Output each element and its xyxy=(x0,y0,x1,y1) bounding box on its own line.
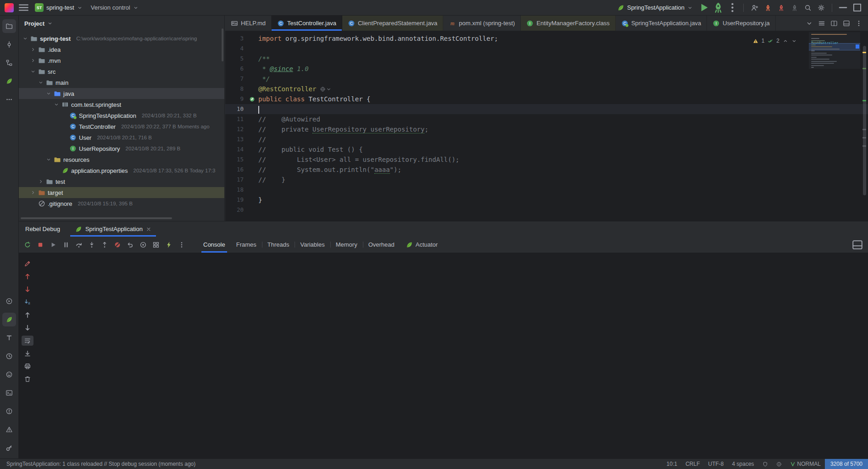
code-line-20[interactable]: 20 xyxy=(225,205,868,215)
vertical-scrollbar[interactable] xyxy=(222,28,223,61)
rollback-button[interactable] xyxy=(124,239,136,251)
dump-threads-button[interactable] xyxy=(150,239,162,251)
debug-more-button[interactable] xyxy=(176,239,188,251)
debug-button[interactable] xyxy=(712,1,724,14)
debug-tab-console[interactable]: Console xyxy=(198,237,231,253)
tree-item-application-properties[interactable]: application.properties2024/10/8 17:33, 5… xyxy=(19,165,224,176)
soft-wrap-button[interactable] xyxy=(22,336,33,346)
tool-strip-more-tool-windows[interactable] xyxy=(2,93,16,106)
minimap[interactable]: TestController xyxy=(809,32,860,69)
tree-item-com-test-springtest[interactable]: com.test.springtest xyxy=(19,99,224,110)
url-mapping-icon[interactable] xyxy=(320,86,332,92)
clear-console-button[interactable] xyxy=(22,374,33,384)
close-icon[interactable] xyxy=(146,226,151,232)
run-config-widget[interactable]: SpringTestApplication xyxy=(614,2,696,13)
status-message[interactable]: SpringTestApplication: 1 class reloaded … xyxy=(6,461,195,467)
project-widget[interactable]: ST spring-test xyxy=(32,1,86,14)
tree-item-java[interactable]: java xyxy=(19,88,224,99)
debug-tab-frames[interactable]: Frames xyxy=(231,237,262,253)
code-line-9[interactable]: 9public class TestController { xyxy=(225,94,868,104)
editor-tab-entitymanagerfactory-class[interactable]: IEntityManagerFactory.class xyxy=(521,16,615,31)
editor-tab-help-md[interactable]: HELP.md xyxy=(225,16,272,31)
search-everywhere-button[interactable] xyxy=(801,1,814,14)
chevron-down-icon[interactable] xyxy=(46,91,51,96)
stripe-mark[interactable] xyxy=(862,68,866,69)
chevron-right-icon[interactable] xyxy=(30,58,36,63)
tool-strip-services[interactable] xyxy=(2,294,16,308)
jrebel-rocket-button[interactable] xyxy=(762,1,774,14)
tree-item-main[interactable]: main xyxy=(19,77,224,88)
tree-item-mvn[interactable]: .mvn xyxy=(19,55,224,66)
run-button[interactable] xyxy=(698,1,710,14)
tool-strip-structure[interactable] xyxy=(2,56,16,70)
tool-strip-spring[interactable] xyxy=(2,74,16,88)
editor-tab-testcontroller-java[interactable]: CTestController.java xyxy=(272,16,342,31)
tree-item-src[interactable]: src xyxy=(19,66,224,77)
editor-tab-springtestapplication-java[interactable]: CSpringTestApplication.java xyxy=(616,16,707,31)
code-line-15[interactable]: 15// List<User> all = userRepository.fin… xyxy=(225,154,868,165)
tool-strip-problems[interactable] xyxy=(2,404,16,418)
rerun-button[interactable] xyxy=(22,239,33,251)
tree-item-userrepository[interactable]: IUserRepository2024/10/8 20:21, 289 B xyxy=(19,143,224,154)
tool-strip-terminal[interactable] xyxy=(2,386,16,400)
stop-button[interactable] xyxy=(34,239,46,251)
tool-strip-endpoints[interactable] xyxy=(2,441,16,455)
tree-item-testcontroller[interactable]: CTestController2024/10/8 20:22, 377 B Mo… xyxy=(19,121,224,132)
editor-tab-clientpreparedstatement-java[interactable]: CClientPreparedStatement.java xyxy=(342,16,443,31)
stripe-mark[interactable] xyxy=(862,137,866,138)
hotswap-button[interactable] xyxy=(163,239,175,251)
main-menu-button[interactable] xyxy=(17,1,30,14)
settings-button[interactable] xyxy=(815,1,827,14)
debug-tab-overhead[interactable]: Overhead xyxy=(363,237,400,253)
stripe-mark[interactable] xyxy=(862,52,866,53)
chevron-down-icon[interactable] xyxy=(22,36,28,41)
debug-session-tab[interactable]: SpringTestApplication xyxy=(70,221,156,237)
chevron-down-icon[interactable] xyxy=(38,80,44,85)
minimize-button[interactable] xyxy=(837,1,849,14)
recent-files-list-button[interactable] xyxy=(816,18,827,29)
stripe-mark[interactable] xyxy=(862,145,866,147)
chevron-right-icon[interactable] xyxy=(38,179,44,184)
code-line-16[interactable]: 16// System.out.println("aaaa"); xyxy=(225,165,868,175)
tree-item-test[interactable]: test xyxy=(19,176,224,187)
console-output[interactable] xyxy=(36,253,868,458)
chevron-down-icon[interactable] xyxy=(46,157,51,162)
collaboration-button[interactable] xyxy=(748,1,761,14)
scroll-to-end-button[interactable] xyxy=(22,348,33,359)
prev-problem-icon[interactable] xyxy=(783,38,788,44)
code-line-18[interactable]: 18 xyxy=(225,185,868,195)
vcs-widget[interactable]: Version control xyxy=(88,2,142,13)
stripe-mark[interactable] xyxy=(862,100,866,101)
info-widget[interactable] xyxy=(772,459,786,469)
maximize-button[interactable] xyxy=(851,1,863,14)
mute-breakpoints-button[interactable] xyxy=(111,239,123,251)
debug-tab-memory[interactable]: Memory xyxy=(330,237,363,253)
jump-bottom-button[interactable]: 8 xyxy=(22,297,33,307)
tree-item-idea[interactable]: .idea xyxy=(19,44,224,55)
code-line-17[interactable]: 17// } xyxy=(225,175,868,185)
code-line-19[interactable]: 19} xyxy=(225,195,868,205)
chevron-down-icon[interactable] xyxy=(30,69,36,74)
indent-config[interactable]: 4 spaces xyxy=(728,459,758,469)
editor-tab-pom-xml-spring-test[interactable]: mpom.xml (spring-test) xyxy=(443,16,521,31)
step-out-button[interactable] xyxy=(99,239,111,251)
vim-mode-widget[interactable]: NORMAL xyxy=(786,459,825,469)
tool-strip-commit[interactable] xyxy=(2,38,16,51)
tool-strip-notifications[interactable] xyxy=(2,423,16,436)
step-over-button[interactable] xyxy=(73,239,85,251)
cursor-position[interactable]: 10:1 xyxy=(662,459,681,469)
tree-item-target[interactable]: target xyxy=(19,187,224,198)
hidden-tabs-button[interactable] xyxy=(804,18,815,29)
tool-strip-profiler[interactable] xyxy=(2,349,16,363)
next-change-button[interactable] xyxy=(22,284,33,294)
run-more-button[interactable] xyxy=(726,1,739,14)
tree-item-springtestapplication[interactable]: CSpringTestApplication2024/10/8 20:21, 3… xyxy=(19,110,224,121)
down-stack-button[interactable] xyxy=(22,323,33,333)
debug-tab-actuator[interactable]: Actuator xyxy=(400,237,443,253)
line-separator[interactable]: CRLF xyxy=(681,459,704,469)
tree-item-gitignore[interactable]: .gitignore2024/10/8 15:19, 395 B xyxy=(19,198,224,209)
horizontal-scrollbar[interactable] xyxy=(21,217,172,219)
tree-item-resources[interactable]: resources xyxy=(19,154,224,165)
editor-layout-button[interactable] xyxy=(841,18,852,29)
next-problem-icon[interactable] xyxy=(791,38,797,44)
